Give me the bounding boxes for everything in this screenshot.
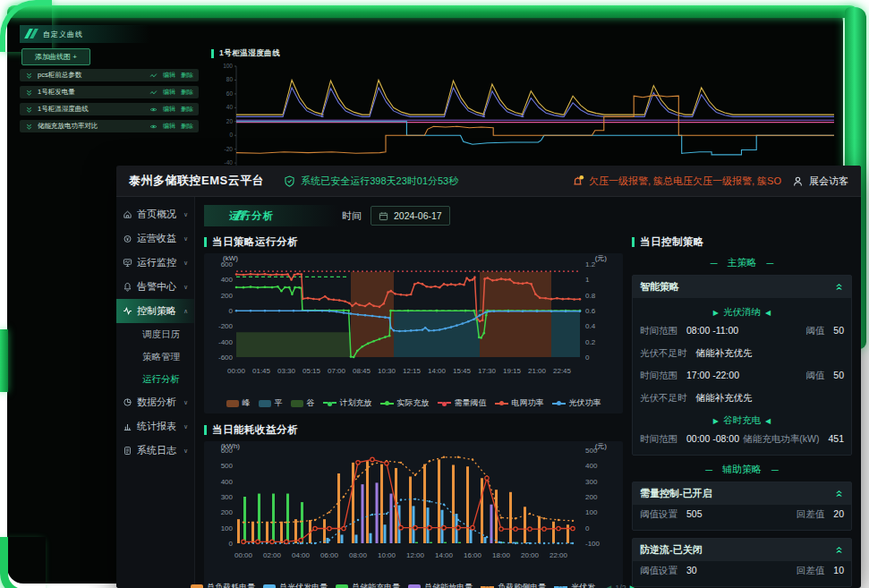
curve-row[interactable]: 1号柜发电量编辑删除 bbox=[20, 86, 199, 98]
legend-item[interactable]: 光伏发 bbox=[554, 582, 595, 588]
accent-bar bbox=[204, 237, 207, 247]
field-label: 回差值 bbox=[797, 508, 825, 519]
collapse-icon[interactable] bbox=[834, 545, 844, 555]
chevron-double-down-icon[interactable] bbox=[25, 106, 33, 114]
svg-text:20:00: 20:00 bbox=[521, 551, 540, 559]
legend-item[interactable]: 负载购侧电量 bbox=[481, 582, 546, 588]
legend-item[interactable]: 谷 bbox=[291, 397, 315, 409]
chevron-down-icon: ∨ bbox=[183, 284, 188, 291]
legend-item[interactable]: 总光伏发电量 bbox=[263, 582, 328, 588]
pie-icon bbox=[123, 397, 132, 407]
strategy-row: 时间范围00:00 -08:00储能充电功率(kW)451 bbox=[640, 433, 844, 446]
legend-swatch bbox=[438, 402, 451, 405]
sidebar-subitem-1[interactable]: 策略管理 bbox=[116, 345, 194, 368]
charts-column: 当日策略运行分析 (kW)(元)6004002000-200-400-6001.… bbox=[204, 233, 623, 588]
edit-curve-button[interactable]: 编辑 bbox=[163, 122, 175, 131]
shield-icon bbox=[284, 175, 295, 187]
svg-text:12:00: 12:00 bbox=[406, 551, 425, 559]
legend-label: 电网功率 bbox=[512, 397, 544, 409]
curve-label: 1号柜发电量 bbox=[38, 88, 149, 97]
aux-card-0-header[interactable]: 需量控制-已开启 bbox=[633, 482, 851, 505]
collapse-icon[interactable] bbox=[834, 489, 844, 499]
strategy-row: 光伏不足时储能补充优先 bbox=[640, 392, 844, 405]
add-curve-button[interactable]: 添加曲线图 + bbox=[21, 48, 90, 65]
chevron-double-down-icon[interactable] bbox=[25, 89, 33, 97]
legend-item[interactable]: 总负载耗电量 bbox=[191, 582, 255, 588]
field-value: 00:00 -08:00 bbox=[686, 433, 739, 444]
strategy-chart[interactable]: (kW)(元)6004002000-200-400-6001.210.80.60… bbox=[204, 253, 611, 393]
delete-curve-button[interactable]: 删除 bbox=[181, 88, 193, 97]
svg-text:60: 60 bbox=[226, 90, 234, 97]
svg-text:0.2: 0.2 bbox=[585, 338, 596, 346]
sidebar-subitem-0[interactable]: 调度日历 bbox=[116, 323, 194, 345]
legend-item[interactable]: 平 bbox=[259, 397, 283, 409]
legend-item[interactable]: 计划充放 bbox=[323, 397, 372, 409]
legend-item[interactable]: 光伏功率 bbox=[552, 397, 601, 409]
legend-item[interactable]: 峰 bbox=[226, 397, 251, 409]
edit-curve-button[interactable]: 编辑 bbox=[163, 105, 175, 114]
field-value: 20 bbox=[833, 508, 844, 519]
legend-next-button[interactable]: ▶ bbox=[630, 584, 636, 588]
delete-curve-button[interactable]: 删除 bbox=[181, 122, 193, 131]
aux-card-0: 需量控制-已开启阈值设置505回差值20 bbox=[632, 481, 852, 531]
eye-icon[interactable] bbox=[149, 106, 158, 114]
aux-strategy-section: ─ 辅助策略 ─ bbox=[632, 463, 852, 476]
svg-text:03:30: 03:30 bbox=[277, 367, 296, 375]
toolbar: 运行分析 时间 2024-06-17 bbox=[204, 204, 852, 227]
chevron-double-down-icon[interactable] bbox=[25, 123, 33, 131]
sidebar-item-0[interactable]: 首页概况∨ bbox=[116, 202, 194, 226]
curve-row[interactable]: 储能充放电功率对比编辑删除 bbox=[20, 120, 199, 132]
sidebar-subitem-2[interactable]: 运行分析 bbox=[116, 368, 194, 390]
delete-curve-button[interactable]: 删除 bbox=[181, 105, 193, 114]
legend-prev-button[interactable]: ◀ bbox=[605, 584, 611, 588]
field-value: 10 bbox=[833, 565, 844, 575]
edit-curve-button[interactable]: 编辑 bbox=[163, 71, 175, 80]
eye-icon[interactable] bbox=[149, 123, 158, 131]
user-icon[interactable] bbox=[792, 175, 804, 187]
curve-label: 储能充放电功率对比 bbox=[38, 122, 149, 131]
field-value: 30 bbox=[686, 565, 697, 575]
sidebar-item-4[interactable]: 控制策略∧ bbox=[116, 299, 194, 323]
card-title: 需量控制-已开启 bbox=[640, 487, 712, 500]
legend-label: 总储能放电量 bbox=[424, 582, 473, 588]
date-picker[interactable]: 2024-06-17 bbox=[371, 206, 450, 226]
legend-item[interactable]: 实际充放 bbox=[380, 397, 430, 409]
strategy-group-header: ▶光伏消纳◀ bbox=[640, 306, 844, 319]
legend-item[interactable]: 需量阈值 bbox=[438, 397, 487, 409]
sidebar-item-6[interactable]: 统计报表∨ bbox=[116, 414, 194, 439]
svg-text:600: 600 bbox=[221, 447, 234, 455]
temp-humidity-chart: 100806040200-20-40 bbox=[211, 61, 843, 172]
svg-text:05:15: 05:15 bbox=[302, 367, 321, 375]
curve-row[interactable]: pcs柜前总参数编辑删除 bbox=[20, 69, 199, 81]
svg-text:17:30: 17:30 bbox=[478, 367, 497, 375]
curve-panel-title-text: 自定义曲线 bbox=[43, 30, 83, 39]
line-icon[interactable] bbox=[149, 89, 158, 97]
energy-chart[interactable]: (kWh)(元)60050040030020010005004003002001… bbox=[204, 441, 611, 577]
sidebar-item-3[interactable]: 告警中心∨ bbox=[116, 275, 194, 299]
curve-row[interactable]: 1号柜温湿度曲线编辑删除 bbox=[20, 103, 199, 115]
chevron-double-down-icon[interactable] bbox=[25, 72, 33, 80]
sidebar-item-1[interactable]: 运营收益∨ bbox=[116, 226, 194, 251]
line-icon[interactable] bbox=[149, 72, 158, 80]
curve-list-panel: 自定义曲线 添加曲线图 + pcs柜前总参数编辑删除1号柜发电量编辑删除1号柜温… bbox=[20, 25, 199, 159]
alarm-icon[interactable] bbox=[571, 175, 584, 187]
field-label: 阈值 bbox=[805, 325, 824, 336]
user-name[interactable]: 展会访客 bbox=[809, 175, 848, 188]
legend-item[interactable]: 总储能充电量 bbox=[336, 582, 400, 588]
svg-text:08:00: 08:00 bbox=[349, 551, 368, 559]
svg-text:100: 100 bbox=[221, 524, 234, 533]
sidebar-item-2[interactable]: 运行监控∨ bbox=[116, 251, 194, 275]
smart-strategy-card-header[interactable]: 智能策略 bbox=[633, 276, 851, 298]
delete-curve-button[interactable]: 删除 bbox=[181, 71, 193, 80]
legend-item[interactable]: 总储能放电量 bbox=[408, 582, 473, 588]
alarm-ticker[interactable]: 欠压一级报警, 簇总电压欠压一级报警, 簇SO bbox=[589, 175, 781, 188]
svg-text:22:45: 22:45 bbox=[553, 367, 572, 375]
svg-text:500: 500 bbox=[221, 462, 234, 470]
sidebar-item-5[interactable]: 数据分析∨ bbox=[116, 390, 194, 414]
aux-card-1-header[interactable]: 防逆流-已关闭 bbox=[633, 539, 851, 561]
legend-item[interactable]: 电网功率 bbox=[495, 397, 544, 409]
edit-curve-button[interactable]: 编辑 bbox=[163, 88, 175, 97]
sidebar-item-7[interactable]: 系统日志∨ bbox=[116, 439, 194, 463]
curve-label: 1号柜温湿度曲线 bbox=[38, 105, 149, 114]
collapse-icon[interactable] bbox=[834, 282, 844, 292]
